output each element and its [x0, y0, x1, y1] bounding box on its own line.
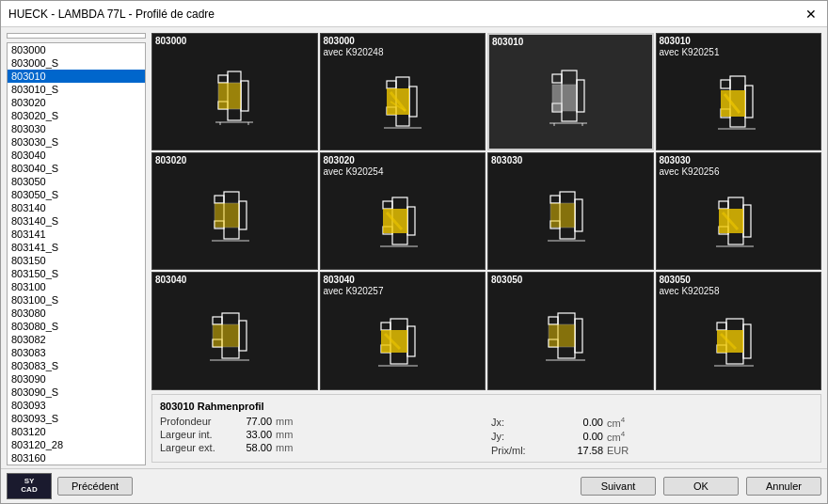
- list-item[interactable]: 803000: [8, 43, 145, 56]
- svg-rect-66: [407, 326, 415, 356]
- svg-rect-40: [407, 207, 415, 235]
- ok-button[interactable]: OK: [663, 477, 739, 496]
- grid-cell-label: 803050: [488, 273, 653, 288]
- grid-cell-label: 803030: [488, 153, 653, 168]
- grid-cell-label: 803020: [152, 153, 317, 168]
- list-item[interactable]: 803050_S: [8, 188, 145, 201]
- info-col-right: Jx: 0.00 cm4Jy: 0.00 cm4Prix/ml: 17.58 E…: [491, 416, 813, 456]
- list-item[interactable]: 803030: [8, 122, 145, 135]
- list-item[interactable]: 803080_S: [8, 320, 145, 333]
- grid-cell-803040[interactable]: 803040: [151, 272, 318, 389]
- list-item[interactable]: 803093_S: [8, 412, 145, 425]
- main-content: Profilé de cadreProfilé de traverseProfi…: [1, 27, 827, 468]
- grid-cell-803000[interactable]: 803000: [151, 33, 318, 150]
- list-item[interactable]: 803100_S: [8, 293, 145, 307]
- list-item[interactable]: 803140: [8, 201, 145, 214]
- list-item[interactable]: 803150: [8, 254, 145, 267]
- close-button[interactable]: ✕: [803, 6, 820, 23]
- list-item[interactable]: 803010: [8, 70, 145, 83]
- svg-rect-19: [577, 80, 584, 112]
- grid-cell-image: [152, 49, 317, 150]
- grid-cell-803030[interactable]: 803030avec K920256: [656, 152, 822, 270]
- info-field-label: Jx:: [491, 417, 562, 428]
- list-item[interactable]: 803080: [8, 307, 145, 320]
- cancel-button[interactable]: Annuler: [746, 477, 821, 496]
- list-item[interactable]: 803140_S: [8, 214, 145, 228]
- grid-cell-image: [321, 299, 486, 388]
- list-item[interactable]: 803090: [8, 372, 145, 386]
- grid-cell-803020[interactable]: 803020avec K920254: [320, 152, 486, 270]
- list-item[interactable]: 803141: [8, 228, 145, 241]
- list-item[interactable]: 803020: [8, 96, 145, 109]
- list-item[interactable]: 803090_S: [8, 386, 145, 399]
- grid-cell-803010[interactable]: 803010avec K920251: [656, 33, 822, 150]
- info-row: Prix/ml: 17.58 EUR: [491, 445, 813, 456]
- grid-cell-803050[interactable]: 803050: [487, 272, 654, 389]
- info-field-value: 33.00: [234, 429, 272, 440]
- grid-cell-803010[interactable]: 803010: [487, 33, 654, 150]
- right-panel: 803000 803000avec K920248: [151, 33, 821, 463]
- grid-cell-image: [489, 50, 652, 149]
- list-item[interactable]: 803000_S: [8, 56, 145, 70]
- svg-rect-20: [552, 85, 577, 111]
- grid-cell-image: [488, 288, 653, 388]
- grid-cell-803050[interactable]: 803050avec K920258: [656, 272, 822, 389]
- list-item[interactable]: 803040_S: [8, 162, 145, 175]
- svg-rect-58: [213, 317, 222, 324]
- svg-rect-77: [717, 323, 726, 330]
- next-button[interactable]: Suivant: [581, 477, 656, 496]
- list-item[interactable]: 803093: [8, 399, 145, 412]
- list-item[interactable]: 803120_28: [8, 438, 145, 451]
- svg-rect-38: [383, 201, 392, 209]
- grid-cell-803040[interactable]: 803040avec K920257: [320, 272, 486, 389]
- list-item[interactable]: 803150_S: [8, 267, 145, 280]
- grid-cell-label: 803010avec K920251: [657, 34, 821, 60]
- info-field-value: 58.00: [234, 442, 272, 453]
- list-item[interactable]: 803082: [8, 333, 145, 346]
- info-field-value: 0.00: [565, 431, 603, 442]
- info-row: Jx: 0.00 cm4: [491, 416, 813, 429]
- svg-rect-60: [239, 321, 247, 351]
- list-item[interactable]: 803050: [8, 175, 145, 188]
- svg-rect-17: [552, 74, 562, 83]
- svg-rect-53: [743, 205, 751, 237]
- list-item[interactable]: 803010_S: [8, 83, 145, 96]
- list-item[interactable]: 803030_S: [8, 135, 145, 149]
- bottom-left: SYCAD Précédent: [7, 473, 133, 499]
- svg-rect-74: [549, 324, 575, 347]
- grid-cell-label: 803000avec K920248: [321, 34, 486, 60]
- svg-rect-35: [215, 203, 239, 228]
- grid-cell-803020[interactable]: 803020: [151, 152, 318, 270]
- grid-cell-803030[interactable]: 803030: [487, 152, 654, 270]
- list-item[interactable]: 803020_S: [8, 109, 145, 122]
- list-item[interactable]: 803100: [8, 280, 145, 293]
- nav-item-profilé-de-cadre[interactable]: Profilé de cadre: [8, 36, 145, 39]
- list-item[interactable]: 803040: [8, 149, 145, 162]
- bottom-buttons: Suivant OK Annuler: [581, 477, 821, 496]
- list-item[interactable]: 803120: [8, 425, 145, 438]
- list-item[interactable]: 803083: [8, 346, 145, 359]
- grid-cell-image: [657, 60, 821, 150]
- info-field-label: Jy:: [491, 431, 562, 442]
- list-item[interactable]: 803083_S: [8, 359, 145, 372]
- svg-rect-79: [743, 324, 751, 358]
- info-field-value: 17.58: [565, 445, 603, 456]
- grid-cell-label: 803040avec K920257: [321, 273, 486, 299]
- svg-rect-64: [381, 323, 390, 330]
- info-field-unit: EUR: [607, 445, 629, 456]
- info-field-label: Profondeur: [160, 416, 231, 427]
- info-row: Largeur ext. 58.00 mm: [160, 442, 482, 453]
- info-field-label: Largeur ext.: [160, 442, 231, 453]
- list-item[interactable]: 803160: [8, 451, 145, 465]
- info-col-left: Profondeur 77.00 mmLargeur int. 33.00 mm…: [160, 416, 482, 456]
- list-item[interactable]: 803141_S: [8, 241, 145, 254]
- logo-text: SYCAD: [21, 478, 37, 495]
- svg-rect-73: [575, 319, 582, 353]
- grid-cell-803000[interactable]: 803000avec K920248: [320, 33, 486, 150]
- svg-rect-45: [550, 196, 560, 203]
- left-panel: Profilé de cadreProfilé de traverseProfi…: [7, 33, 146, 463]
- grid-cell-label: 803000: [152, 34, 317, 49]
- previous-button[interactable]: Précédent: [57, 477, 133, 496]
- info-panel: 803010 Rahmenprofil Profondeur 77.00 mmL…: [151, 394, 821, 463]
- info-field-label: Largeur int.: [160, 429, 231, 440]
